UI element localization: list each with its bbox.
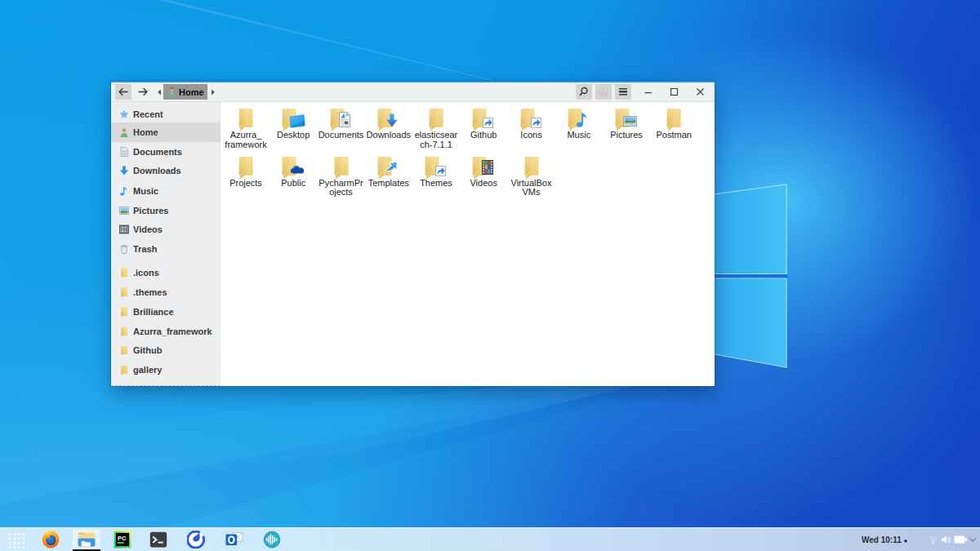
- svg-text:PC: PC: [118, 535, 127, 542]
